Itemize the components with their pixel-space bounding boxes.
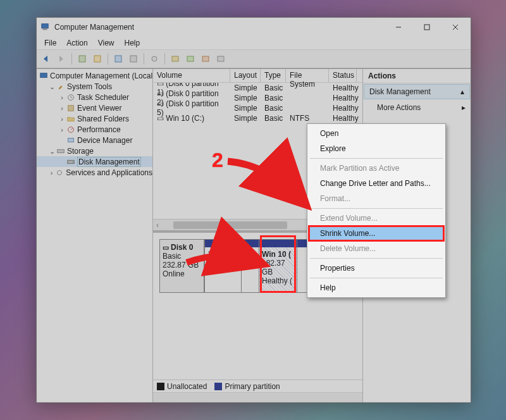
titlebar: Computer Management <box>37 18 471 37</box>
performance-icon <box>66 125 75 134</box>
volume-header: Volume Layout Type File System Status <box>153 69 362 83</box>
menu-view[interactable]: View <box>93 37 120 49</box>
storage-icon <box>56 146 65 156</box>
menu-action[interactable]: Action <box>61 37 92 49</box>
svg-rect-14 <box>187 56 194 61</box>
svg-rect-11 <box>130 56 137 62</box>
wrench-icon <box>56 82 65 91</box>
forward-button[interactable] <box>54 52 68 66</box>
svg-point-27 <box>72 161 73 163</box>
tool-icon[interactable] <box>214 52 228 66</box>
tool-icon[interactable] <box>199 52 213 66</box>
col-layout[interactable]: Layout <box>230 69 261 82</box>
tree-performance[interactable]: ›Performance <box>37 124 152 135</box>
tree-disk-management[interactable]: Disk Management <box>37 156 152 167</box>
svg-rect-0 <box>42 24 49 28</box>
menu-format[interactable]: Format... <box>309 191 444 206</box>
svg-rect-15 <box>202 56 209 61</box>
menu-mark-active[interactable]: Mark Partition as Active <box>309 161 444 176</box>
chevron-up-icon: ▴ <box>460 87 464 96</box>
collapse-icon[interactable]: ⌄ <box>48 83 56 90</box>
volume-row[interactable]: ▭ (Disk 0 partition 5)SimpleBasicHealthy <box>153 103 362 113</box>
legend: Unallocated Primary partition <box>153 380 362 392</box>
svg-rect-13 <box>172 56 178 61</box>
window-title: Computer Management <box>54 23 384 32</box>
tool-icon[interactable] <box>126 52 140 66</box>
legend-primary: Primary partition <box>214 382 280 391</box>
tree-root[interactable]: Computer Management (Local) <box>37 70 152 81</box>
svg-marker-6 <box>44 56 47 62</box>
col-volume[interactable]: Volume <box>153 69 230 82</box>
svg-rect-10 <box>115 56 121 62</box>
app-icon <box>40 22 51 32</box>
event-icon <box>66 103 75 113</box>
svg-rect-3 <box>424 25 429 30</box>
partition-win10[interactable]: Win 10 (182.37 GBHealthy ( <box>259 240 297 292</box>
svg-line-20 <box>71 97 72 98</box>
actions-more[interactable]: More Actions ▸ <box>363 100 471 115</box>
back-button[interactable] <box>39 52 53 66</box>
scroll-thumb[interactable] <box>173 221 287 229</box>
tool-icon[interactable] <box>90 52 104 66</box>
volume-row[interactable]: ▭ Win 10 (C:)SimpleBasicNTFSHealthy <box>153 113 362 123</box>
svg-rect-17 <box>40 73 47 77</box>
col-type[interactable]: Type <box>261 69 286 82</box>
menu-properties[interactable]: Properties <box>309 261 444 276</box>
col-status[interactable]: Status <box>329 69 357 82</box>
menu-change-drive-letter[interactable]: Change Drive Letter and Paths... <box>309 176 444 191</box>
disk-header[interactable]: ▭ Disk 0 Basic 232.87 GB Online <box>160 240 204 292</box>
tree-event-viewer[interactable]: ›Event Viewer <box>37 102 152 113</box>
partition-small-2[interactable] <box>241 240 259 292</box>
minimize-button[interactable] <box>384 18 412 37</box>
menu-file[interactable]: File <box>39 37 61 49</box>
tool-icon[interactable] <box>75 52 89 66</box>
svg-line-23 <box>71 128 73 130</box>
svg-rect-16 <box>218 56 224 61</box>
menubar: File Action View Help <box>37 37 471 49</box>
svg-point-12 <box>152 56 157 61</box>
svg-marker-7 <box>59 56 63 62</box>
actions-title: Actions <box>363 69 471 83</box>
partition-small-1[interactable]: 100He <box>204 240 241 292</box>
svg-rect-9 <box>94 56 101 62</box>
tree-system-tools[interactable]: ⌄ System Tools <box>37 81 152 92</box>
tree-device-manager[interactable]: Device Manager <box>37 135 152 145</box>
svg-rect-1 <box>43 29 47 30</box>
chevron-right-icon: ▸ <box>462 103 466 112</box>
tree-shared-folders[interactable]: ›Shared Folders <box>37 113 152 124</box>
tool-icon[interactable] <box>168 52 182 66</box>
menu-open[interactable]: Open <box>309 126 444 141</box>
navigation-tree[interactable]: Computer Management (Local) ⌄ System Too… <box>37 69 153 402</box>
legend-unallocated: Unallocated <box>157 382 207 391</box>
svg-rect-8 <box>79 56 85 62</box>
menu-explore[interactable]: Explore <box>309 141 444 156</box>
tree-storage[interactable]: ⌄Storage <box>37 145 152 156</box>
clock-icon <box>66 92 75 102</box>
svg-rect-25 <box>57 149 64 152</box>
horizontal-scrollbar[interactable] <box>153 392 362 402</box>
menu-delete-volume[interactable]: Delete Volume... <box>309 241 444 256</box>
tool-icon[interactable] <box>183 52 197 66</box>
svg-point-28 <box>58 170 62 175</box>
refresh-icon[interactable] <box>111 52 125 66</box>
computer-icon <box>39 71 48 80</box>
menu-help[interactable]: Help <box>309 280 444 295</box>
svg-rect-24 <box>68 138 73 142</box>
gear-icon <box>55 168 64 177</box>
tool-icon[interactable] <box>147 52 161 66</box>
tree-task-scheduler[interactable]: ›Task Scheduler <box>37 92 152 102</box>
device-icon <box>66 135 75 145</box>
menu-extend-volume[interactable]: Extend Volume... <box>309 211 444 226</box>
close-button[interactable] <box>441 18 469 37</box>
actions-disk-management[interactable]: Disk Management ▴ <box>364 84 470 99</box>
context-menu: Open Explore Mark Partition as Active Ch… <box>307 123 446 298</box>
folder-icon <box>66 114 75 123</box>
maximize-button[interactable] <box>412 18 441 37</box>
tree-services-apps[interactable]: ›Services and Applications <box>37 167 152 178</box>
disk-icon <box>66 157 75 166</box>
svg-rect-21 <box>68 105 73 111</box>
toolbar <box>37 49 471 68</box>
menu-help[interactable]: Help <box>120 37 145 49</box>
menu-shrink-volume[interactable]: Shrink Volume... <box>308 225 445 242</box>
col-filesystem[interactable]: File System <box>286 69 329 82</box>
